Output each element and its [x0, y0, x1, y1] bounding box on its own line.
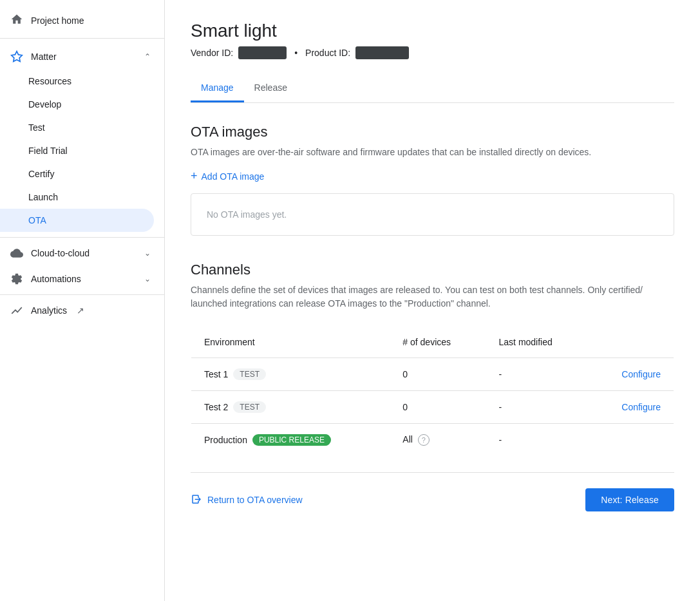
devices-help-icon[interactable]: ? — [418, 434, 430, 446]
sidebar: Project home Matter ⌃ Resources Develop … — [0, 0, 165, 601]
product-id-label: Product ID: — [305, 48, 350, 58]
matter-label: Matter — [31, 52, 133, 62]
col-actions — [589, 327, 674, 358]
cloud-icon — [10, 247, 23, 260]
sidebar-divider — [0, 38, 164, 39]
devices-test2: 0 — [390, 391, 486, 424]
devices-production: All ? — [390, 424, 486, 457]
return-to-ota-link[interactable]: Return to OTA overview — [191, 493, 303, 507]
channels-desc: Channels define the set of devices that … — [191, 283, 674, 310]
automations-icon — [10, 272, 23, 285]
sidebar-item-develop[interactable]: Develop — [0, 93, 164, 116]
page-title: Smart light — [191, 21, 674, 41]
env-cell-test2: Test 2 TEST — [191, 391, 390, 424]
devices-test1: 0 — [390, 358, 486, 391]
sidebar-item-analytics[interactable]: Analytics ↗ — [0, 298, 164, 323]
env-name-test1: Test 1 — [204, 369, 228, 379]
ota-empty-message: No OTA images yet. — [207, 209, 287, 220]
col-modified: Last modified — [486, 327, 589, 358]
return-icon — [191, 493, 202, 507]
channels-title: Channels — [191, 262, 674, 278]
cloud-chevron-icon: ⌄ — [141, 247, 154, 260]
sidebar-item-test[interactable]: Test — [0, 116, 164, 139]
env-cell-production: Production PUBLIC RELEASE — [191, 424, 390, 457]
col-environment: Environment — [191, 327, 390, 358]
badge-test2: TEST — [233, 401, 266, 413]
modified-test2: - — [486, 391, 589, 424]
modified-production: - — [486, 424, 589, 457]
sidebar-item-cloud-to-cloud[interactable]: Cloud-to-cloud ⌄ — [0, 240, 164, 266]
sidebar-divider-3 — [0, 294, 164, 295]
sidebar-item-automations[interactable]: Automations ⌄ — [0, 266, 164, 292]
configure-test1-link[interactable]: Configure — [621, 369, 661, 379]
return-label: Return to OTA overview — [207, 495, 303, 505]
product-id-value — [355, 46, 409, 59]
badge-test1: TEST — [233, 368, 266, 380]
sidebar-item-matter[interactable]: Matter ⌃ — [0, 44, 164, 70]
matter-section: Matter ⌃ Resources Develop Test Field Tr… — [0, 41, 164, 234]
modified-test1: - — [486, 358, 589, 391]
footer-divider — [191, 472, 674, 473]
automations-label: Automations — [31, 274, 133, 284]
cloud-to-cloud-label: Cloud-to-cloud — [31, 248, 133, 258]
col-devices: # of devices — [390, 327, 486, 358]
tab-bar: Manage Release — [191, 75, 674, 103]
table-row: Test 1 TEST 0 - Configure — [191, 358, 674, 391]
ota-empty-box: No OTA images yet. — [191, 193, 674, 236]
ota-section: OTA images OTA images are over-the-air s… — [191, 124, 674, 236]
env-name-test2: Test 2 — [204, 402, 228, 412]
add-ota-label: Add OTA image — [202, 171, 265, 182]
plus-icon: + — [191, 169, 198, 183]
sidebar-item-resources[interactable]: Resources — [0, 70, 164, 93]
analytics-label: Analytics — [31, 305, 67, 316]
channels-table: Environment # of devices Last modified T… — [191, 326, 674, 457]
configure-test2-link[interactable]: Configure — [621, 402, 661, 412]
main-content: Smart light Vendor ID: • Product ID: Man… — [165, 0, 700, 601]
matter-chevron-up-icon: ⌃ — [141, 50, 154, 63]
footer-row: Return to OTA overview Next: Release — [191, 488, 674, 511]
tab-manage[interactable]: Manage — [191, 75, 244, 102]
sidebar-item-field-trial[interactable]: Field Trial — [0, 139, 164, 162]
action-test1: Configure — [589, 358, 674, 391]
action-production — [589, 424, 674, 457]
next-release-button[interactable]: Next: Release — [585, 488, 674, 511]
env-name-production: Production — [204, 435, 247, 445]
ota-section-desc: OTA images are over-the-air software and… — [191, 146, 674, 159]
sidebar-project-home[interactable]: Project home — [0, 5, 164, 35]
external-link-icon: ↗ — [75, 305, 86, 316]
project-home-label: Project home — [31, 15, 84, 26]
sidebar-item-certify[interactable]: Certify — [0, 162, 164, 186]
vendor-id-value — [238, 46, 287, 59]
sidebar-item-launch[interactable]: Launch — [0, 186, 164, 209]
env-cell-test1: Test 1 TEST — [191, 358, 390, 391]
vendor-id-label: Vendor ID: — [191, 48, 233, 58]
badge-production: PUBLIC RELEASE — [252, 434, 331, 446]
table-row: Production PUBLIC RELEASE All ? - — [191, 424, 674, 457]
analytics-icon — [10, 304, 23, 317]
sidebar-divider-2 — [0, 237, 164, 238]
ota-section-title: OTA images — [191, 124, 674, 140]
sidebar-item-ota[interactable]: OTA — [0, 209, 154, 232]
meta-separator: • — [292, 48, 300, 58]
tab-release[interactable]: Release — [244, 75, 298, 102]
channels-section: Channels Channels define the set of devi… — [191, 262, 674, 457]
automations-chevron-icon: ⌄ — [141, 272, 154, 285]
add-ota-image-link[interactable]: + Add OTA image — [191, 169, 264, 183]
action-test2: Configure — [589, 391, 674, 424]
table-row: Test 2 TEST 0 - Configure — [191, 391, 674, 424]
meta-row: Vendor ID: • Product ID: — [191, 46, 674, 59]
svg-marker-0 — [12, 52, 23, 62]
home-icon — [10, 13, 23, 28]
matter-icon — [10, 50, 23, 63]
